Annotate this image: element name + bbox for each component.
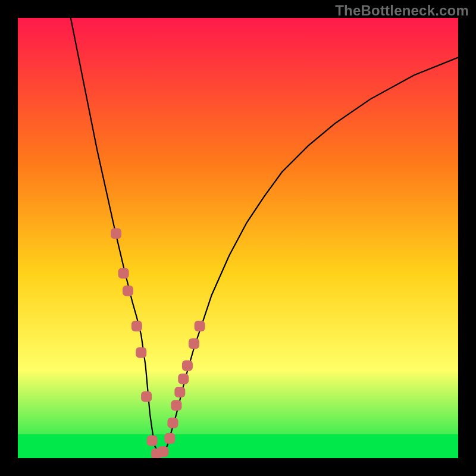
marker-point bbox=[147, 435, 158, 446]
marker-point bbox=[111, 228, 121, 239]
marker-point bbox=[123, 286, 133, 296]
marker-point bbox=[141, 391, 152, 402]
marker-point bbox=[164, 433, 175, 444]
plot-area bbox=[18, 18, 458, 458]
marker-point bbox=[118, 268, 129, 278]
chart-svg bbox=[18, 18, 458, 458]
marker-point bbox=[136, 347, 146, 358]
chart-frame: TheBottleneck.com bbox=[0, 0, 476, 476]
marker-point bbox=[174, 387, 185, 397]
marker-point bbox=[131, 321, 142, 331]
green-baseline-band bbox=[18, 434, 458, 458]
marker-point bbox=[178, 374, 189, 384]
marker-point bbox=[182, 361, 193, 371]
marker-point bbox=[167, 418, 178, 428]
watermark-text: TheBottleneck.com bbox=[335, 2, 469, 19]
marker-point bbox=[158, 446, 168, 457]
marker-point bbox=[195, 321, 205, 331]
marker-point bbox=[189, 339, 199, 349]
marker-point bbox=[171, 400, 181, 411]
